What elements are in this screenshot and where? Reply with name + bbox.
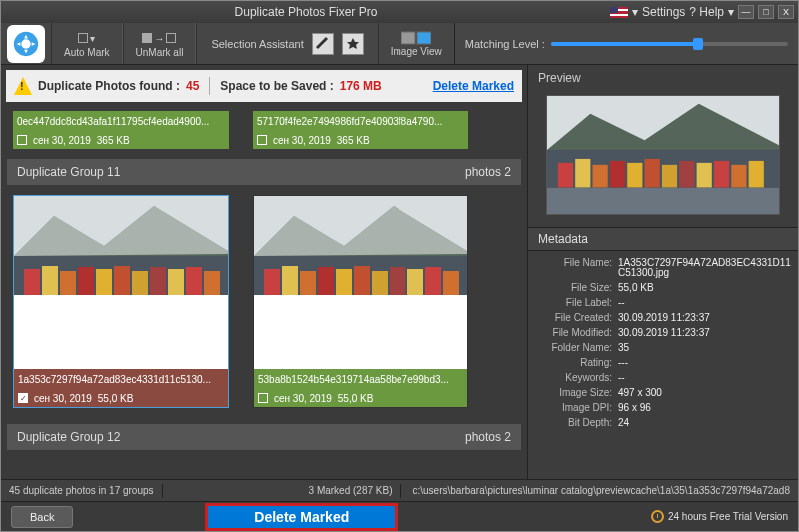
group-title: Duplicate Group 11: [17, 165, 120, 179]
tile-checkbox[interactable]: [17, 135, 27, 145]
selection-assistant-section: Selection Assistant: [196, 23, 377, 64]
svg-rect-8: [14, 295, 228, 325]
metadata-list[interactable]: File Name:1A353C7297F94A72AD83EC4331D11C…: [528, 251, 798, 479]
matching-level-section: Matching Level :: [454, 23, 798, 64]
bottom-bar: Back Delete Marked 24 hours Free Trial V…: [1, 501, 798, 531]
svg-rect-18: [186, 267, 202, 295]
svg-rect-9: [24, 269, 40, 295]
svg-rect-47: [679, 161, 694, 188]
svg-rect-15: [132, 271, 148, 295]
svg-rect-41: [575, 159, 590, 188]
thumbnail-image: [14, 196, 228, 325]
clock-icon: [651, 510, 664, 523]
svg-rect-14: [114, 266, 130, 295]
tile-checkbox[interactable]: [258, 393, 268, 403]
tool-button-2[interactable]: [342, 33, 364, 55]
svg-rect-34: [425, 267, 441, 295]
tile-date: сен 30, 2019: [273, 135, 331, 146]
svg-rect-33: [407, 269, 423, 295]
svg-rect-48: [697, 163, 712, 188]
partial-group: 0ec447ddc8cd43afa1f11795cf4edad4900... с…: [7, 107, 521, 153]
matching-level-label: Matching Level :: [465, 38, 545, 50]
slider-thumb[interactable]: [693, 38, 703, 50]
thumbnail-tile[interactable]: 0ec447ddc8cd43afa1f11795cf4edad4900... с…: [13, 111, 229, 149]
thumbnail-tile[interactable]: 53ba8b1524b54e319714aa58be7e99bd3... сен…: [253, 195, 468, 408]
found-label: Duplicate Photos found :: [38, 79, 180, 93]
group-title: Duplicate Group 12: [17, 430, 120, 444]
info-bar: Duplicate Photos found : 45 Space to be …: [6, 70, 522, 102]
tile-filename: 1a353c7297f94a72ad83ec4331d11c5130...: [14, 369, 228, 389]
thumbnail-tile-selected[interactable]: 1a353c7297f94a72ad83ec4331d11c5130... ✓ …: [13, 195, 229, 408]
unmark-all-button[interactable]: → UnMark all: [123, 23, 197, 64]
svg-rect-49: [714, 161, 729, 188]
app-logo: [1, 23, 51, 64]
auto-mark-button[interactable]: ▾ Auto Mark: [51, 23, 123, 64]
metadata-row: File Label:--: [534, 295, 792, 310]
app-window: Duplicate Photos Fixer Pro ▾ Settings ? …: [0, 0, 799, 532]
svg-rect-45: [645, 159, 660, 188]
metadata-row: Keywords:--: [534, 370, 792, 385]
svg-rect-46: [662, 165, 677, 188]
flag-dropdown[interactable]: ▾: [632, 5, 638, 19]
image-view-toggle[interactable]: Image View: [378, 23, 454, 64]
tile-date: сен 30, 2019: [34, 393, 92, 404]
svg-rect-3: [417, 32, 431, 44]
help-link[interactable]: ? Help: [689, 5, 724, 19]
help-dropdown[interactable]: ▾: [728, 5, 734, 19]
svg-rect-31: [372, 271, 388, 295]
image-view-label: Image View: [391, 46, 442, 57]
delete-marked-button[interactable]: Delete Marked: [205, 503, 398, 531]
svg-rect-35: [443, 271, 459, 295]
metadata-row: File Modified:30.09.2019 11:23:37: [534, 325, 792, 340]
tile-filename: 0ec447ddc8cd43afa1f11795cf4edad4900...: [13, 111, 229, 131]
checkbox-empty-icon: [166, 33, 176, 43]
svg-rect-43: [610, 161, 625, 188]
svg-rect-25: [264, 269, 280, 295]
unmark-all-label: UnMark all: [136, 47, 184, 58]
svg-rect-30: [354, 266, 370, 295]
close-button[interactable]: X: [778, 5, 794, 19]
trial-notice: 24 hours Free Trial Version: [651, 510, 788, 523]
flag-icon[interactable]: [610, 7, 628, 18]
chevron-down-icon: ▾: [90, 33, 95, 44]
svg-rect-24: [254, 295, 467, 325]
space-label: Space to be Saved :: [220, 79, 333, 93]
svg-rect-26: [282, 266, 298, 295]
app-title: Duplicate Photos Fixer Pro: [1, 5, 610, 19]
thumbnail-tile[interactable]: 57170f4fe2e7494986fd7e40903f8a4790... се…: [253, 111, 468, 149]
preview-header: Preview: [528, 65, 798, 91]
status-counts: 45 duplicate photos in 17 groups: [9, 485, 154, 496]
svg-point-1: [21, 39, 30, 48]
metadata-row: Bit Depth:24: [534, 415, 792, 430]
tile-footer: сен 30, 2019 365 KB: [253, 131, 468, 149]
trial-text: 24 hours Free Trial Version: [668, 511, 788, 522]
image-view-icon: [401, 30, 431, 46]
minimize-button[interactable]: —: [738, 5, 754, 19]
maximize-button[interactable]: □: [758, 5, 774, 19]
settings-link[interactable]: Settings: [642, 5, 685, 19]
metadata-row: Image Size:497 x 300: [534, 385, 792, 400]
tool-button-1[interactable]: [312, 33, 334, 55]
tile-filename: 57170f4fe2e7494986fd7e40903f8a4790...: [253, 111, 468, 131]
svg-rect-10: [42, 266, 58, 295]
group-header-11: Duplicate Group 11 photos 2: [7, 159, 521, 185]
titlebar: Duplicate Photos Fixer Pro ▾ Settings ? …: [1, 1, 798, 23]
metadata-row: Image DPI:96 x 96: [534, 400, 792, 415]
matching-level-slider[interactable]: [551, 42, 788, 46]
preview-pane: Preview Metadata File Name:1A353C7297F94…: [528, 65, 798, 479]
checkbox-checked-icon: [142, 33, 152, 43]
svg-rect-50: [731, 165, 746, 188]
tile-filename: 53ba8b1524b54e319714aa58be7e99bd3...: [254, 369, 467, 389]
tile-date: сен 30, 2019: [274, 393, 332, 404]
delete-marked-link[interactable]: Delete Marked: [433, 79, 514, 93]
status-path: c:\users\barbara\pictures\luminar catalo…: [409, 485, 791, 496]
svg-rect-19: [204, 271, 220, 295]
tile-checkbox[interactable]: [257, 135, 267, 145]
back-button[interactable]: Back: [11, 506, 73, 528]
svg-rect-32: [390, 267, 405, 295]
tile-footer: сен 30, 2019 365 KB: [13, 131, 229, 149]
tile-checkbox-checked[interactable]: ✓: [18, 393, 28, 403]
results-scroll[interactable]: 0ec447ddc8cd43afa1f11795cf4edad4900... с…: [1, 107, 527, 479]
group-count: photos 2: [465, 430, 511, 444]
svg-rect-39: [547, 187, 779, 214]
